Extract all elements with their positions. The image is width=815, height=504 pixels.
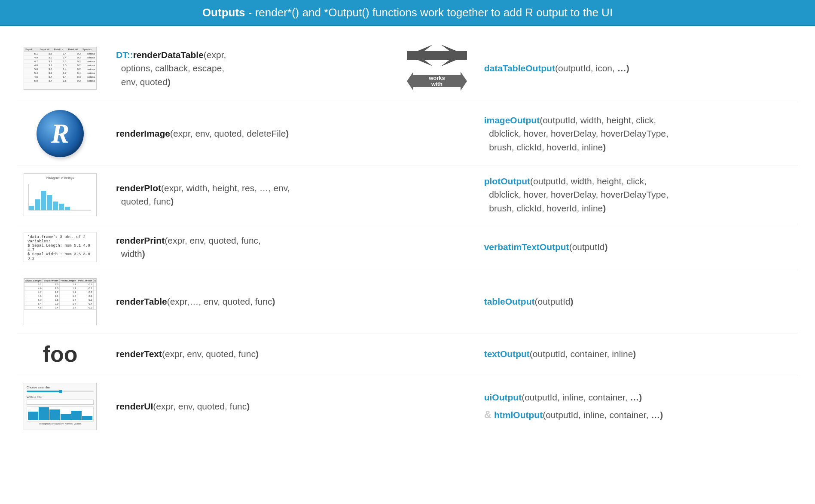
ui-plot-title: Histogram of Random Normal Values bbox=[27, 422, 94, 425]
render-ui: renderUI(expr, env, quoted, func) bbox=[103, 400, 403, 413]
works-with-arrow: works with bbox=[407, 43, 467, 94]
header-text: Outputs - render*() and *Output() functi… bbox=[202, 6, 613, 19]
render-fn-name: renderDataTable bbox=[133, 50, 204, 60]
svg-rect-6 bbox=[29, 206, 34, 210]
output-fn-name-ui: uiOutput bbox=[484, 392, 522, 402]
ui-thumbnail: Choose a number: Write a title: bbox=[24, 383, 97, 430]
table-thumbnail: Sepal.LengthSepal.WidthPetal.LengthPetal… bbox=[24, 278, 97, 325]
render-datatable: DT::renderDataTable(expr, options, callb… bbox=[103, 48, 403, 89]
output-ui: uiOutput(outputId, inline, container, …)… bbox=[471, 391, 798, 422]
row-text: foo renderText(expr, env, quoted, func) … bbox=[17, 333, 798, 375]
output-print: verbatimTextOutput(outputId) bbox=[471, 240, 798, 254]
ui-bar bbox=[71, 411, 82, 420]
render-args: (expr, env, quoted, deleteFile) bbox=[170, 128, 289, 138]
svg-rect-8 bbox=[41, 191, 46, 210]
dt-prefix: DT:: bbox=[116, 50, 133, 60]
output-args: (outputId, icon, …) bbox=[555, 63, 629, 73]
svg-rect-11 bbox=[59, 204, 64, 210]
output-fn-name: plotOutput bbox=[484, 176, 530, 186]
print-thumbnail: 'data.frame': 3 obs. of 2 variables: $ S… bbox=[24, 232, 97, 262]
page-wrapper: Outputs - render*() and *Output() functi… bbox=[0, 0, 815, 446]
arrow-datatable: works with bbox=[403, 43, 471, 94]
content-area: Sepal.LengthSepal.WidthPetal.LengthPetal… bbox=[0, 26, 815, 446]
ui-bar bbox=[39, 407, 49, 420]
svg-rect-12 bbox=[65, 207, 70, 210]
row-print: 'data.frame': 3 obs. of 2 variables: $ S… bbox=[17, 224, 798, 270]
render-args: (expr, env, quoted, func) bbox=[162, 349, 259, 359]
render-args: (expr, env, quoted, func) bbox=[153, 401, 250, 411]
row-image: R renderImage(expr, env, quoted, deleteF… bbox=[17, 102, 798, 165]
thumb-plot: Histogram of innings bbox=[17, 173, 103, 216]
row-table: Sepal.LengthSepal.WidthPetal.LengthPetal… bbox=[17, 270, 798, 333]
ampersand-icon: & bbox=[484, 407, 491, 422]
output-plot: plotOutput(outputId, width, height, clic… bbox=[471, 174, 798, 215]
render-table: renderTable(expr,…, env, quoted, func) bbox=[103, 295, 403, 309]
output-args: (outputId, container, inline) bbox=[530, 349, 636, 359]
ui-plot-area bbox=[27, 406, 94, 422]
svg-marker-2 bbox=[407, 45, 467, 66]
double-arrow-icon bbox=[407, 43, 467, 68]
output-image: imageOutput(outputId, width, height, cli… bbox=[471, 113, 798, 154]
foo-label: foo bbox=[43, 341, 78, 367]
output-fn-name: textOutput bbox=[484, 349, 530, 359]
row-ui: Choose a number: Write a title: bbox=[17, 375, 798, 438]
row-plot: Histogram of innings renderPlo bbox=[17, 165, 798, 224]
svg-rect-7 bbox=[35, 199, 40, 210]
output-args: (outputId) bbox=[569, 242, 608, 252]
thumb-image: R bbox=[17, 110, 103, 157]
thumb-datatable: Sepal.LengthSepal.WidthPetal.LengthPetal… bbox=[17, 47, 103, 90]
thumb-text: foo bbox=[17, 341, 103, 367]
render-fn-name: renderUI bbox=[116, 401, 153, 411]
render-fn-name: renderText bbox=[116, 349, 162, 359]
header-dash: - render*() and *Output() functions work… bbox=[248, 6, 613, 19]
thumb-table: Sepal.LengthSepal.WidthPetal.LengthPetal… bbox=[17, 278, 103, 325]
ui-bar bbox=[28, 412, 38, 420]
svg-rect-9 bbox=[47, 195, 52, 210]
thumb-print: 'data.frame': 3 obs. of 2 variables: $ S… bbox=[17, 232, 103, 262]
row-datatable: Sepal.LengthSepal.WidthPetal.LengthPetal… bbox=[17, 35, 798, 102]
svg-rect-10 bbox=[53, 202, 58, 210]
render-args: (expr,…, env, quoted, func) bbox=[167, 296, 275, 306]
arrow-label-with: with bbox=[431, 81, 443, 87]
ui-slider-track bbox=[27, 391, 94, 392]
histogram-icon bbox=[27, 180, 93, 211]
page-header: Outputs - render*() and *Output() functi… bbox=[0, 0, 815, 26]
output-args-ui: (outputId, inline, container, …) bbox=[522, 392, 642, 402]
header-bold: Outputs bbox=[202, 6, 245, 19]
arrow-label-works: works bbox=[428, 75, 445, 81]
output-text: textOutput(outputId, container, inline) bbox=[471, 347, 798, 361]
output-fn-name: dataTableOutput bbox=[484, 63, 555, 73]
render-plot: renderPlot(expr, width, height, res, …, … bbox=[103, 181, 403, 208]
ui-bar bbox=[82, 416, 92, 420]
ui-slider-label: Choose a number: bbox=[27, 386, 94, 389]
output-fn-name: verbatimTextOutput bbox=[484, 242, 569, 252]
ui-slider-thumb bbox=[59, 390, 62, 393]
arrow-svg: works with bbox=[407, 68, 467, 94]
render-image: renderImage(expr, env, quoted, deleteFil… bbox=[103, 127, 403, 141]
render-fn-name: renderImage bbox=[116, 128, 170, 138]
output-args: (outputId) bbox=[535, 296, 574, 306]
output-table: tableOutput(outputId) bbox=[471, 295, 798, 309]
output-fn-name: imageOutput bbox=[484, 115, 540, 125]
plot-thumbnail: Histogram of innings bbox=[24, 173, 97, 216]
r-logo-icon: R bbox=[37, 110, 84, 157]
thumb-ui: Choose a number: Write a title: bbox=[17, 383, 103, 430]
ui-bar bbox=[49, 409, 60, 420]
output-args-html: (outputId, inline, container, …) bbox=[543, 410, 663, 420]
ui-textbox bbox=[27, 400, 94, 405]
output-secondary-ui: & htmlOutput(outputId, inline, container… bbox=[484, 407, 785, 422]
ui-text-label: Write a title: bbox=[27, 396, 94, 399]
output-fn-name-html: htmlOutput bbox=[494, 410, 543, 420]
output-datatable: dataTableOutput(outputId, icon, …) bbox=[471, 61, 798, 75]
render-fn-name: renderPlot bbox=[116, 183, 161, 193]
ui-slider-fill bbox=[27, 391, 60, 392]
render-fn-name: renderTable bbox=[116, 296, 167, 306]
render-print: renderPrint(expr, env, quoted, func, wid… bbox=[103, 234, 403, 261]
render-fn-name: renderPrint bbox=[116, 235, 165, 245]
output-fn-name: tableOutput bbox=[484, 296, 535, 306]
ui-bar bbox=[61, 414, 71, 420]
render-text: renderText(expr, env, quoted, func) bbox=[103, 347, 403, 361]
